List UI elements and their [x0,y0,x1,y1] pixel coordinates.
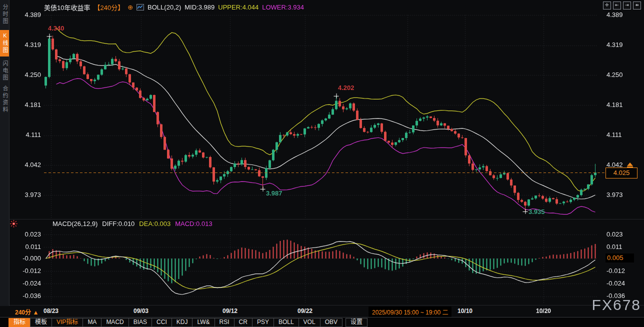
current-price-badge: 4.025 [606,168,638,178]
crosshair-icon[interactable]: ✛ [603,2,611,10]
price-axis-label: 3.973 [10,191,41,199]
low-price-annotation: 3.935 [528,208,545,216]
sidebar-item-flash-chart[interactable]: 闪电图 [0,60,9,82]
candlestick-chart-canvas[interactable] [0,0,644,306]
toolbar-item-cci[interactable]: CCI [152,318,172,327]
sidebar-item-contract-info[interactable]: 合约资料 [0,86,9,114]
price-axis-label: 4.250 [606,71,638,79]
macd-axis-label: -0.000 [10,254,41,262]
period-selector[interactable]: 240分 ▲ [15,308,38,316]
macd-axis-label: 0.023 [10,230,41,238]
price-axis-label: 4.319 [10,41,41,49]
macd-axis-label: 0.023 [606,230,638,238]
date-tick: 09/12 [222,308,238,314]
price-axis-label: 4.389 [606,11,638,19]
macd-axis-label: -0.012 [606,267,638,275]
macd-dea-value: DEA:0.003 [139,220,170,228]
toolbar-item-vol[interactable]: VOL [298,318,320,327]
toolbar-item-obv[interactable]: OBV [320,318,342,327]
fit-left-icon[interactable]: ⇤ [613,2,621,10]
macd-header: MACD(26,12,9) DIFF:0.010 DEA:0.003 MACD:… [52,220,212,228]
high-price-annotation: 4.340 [48,24,64,32]
left-sidebar: 分时图 K线图 闪电图 合约资料 [0,0,10,306]
macd-label: MACD(26,12,9) [52,220,98,228]
symbol-title: 美债10年收益率 [44,2,90,12]
toolbar-item-ma[interactable]: MA [82,318,102,327]
sidebar-item-timeline-chart[interactable]: 分时图 [0,4,9,25]
trading-app-window: 分时图 K线图 闪电图 合约资料 美债10年收益率【240分】 ⊕ BOLL(2… [0,0,644,327]
toolbar-item-lwr[interactable]: LW& [192,318,214,327]
macd-current-badge: 0.005 [606,254,634,262]
price-axis-label: 4.111 [606,131,638,139]
date-tick: 10/10 [458,308,472,314]
macd-axis-label: -0.024 [606,280,638,288]
toolbar-item-boll[interactable]: BOLL [274,318,299,327]
pan-right-icon[interactable]: ⇻ [633,2,641,10]
toolbar-item-bias[interactable]: BIAS [128,318,152,327]
toolbar-item-vip-indicators[interactable]: VIP指标 [52,318,83,327]
price-axis-label: 4.389 [10,11,41,19]
price-axis-label: 4.319 [606,41,638,49]
time-axis: 240分 ▲ 08/23 09/03 09/12 09/22 2025/09/3… [0,306,644,317]
toolbar-item-kdj[interactable]: KDJ [172,318,193,327]
window-controls: ✛ ⇤ ⇥ ⇻ [603,2,641,10]
price-axis-label: 3.973 [606,191,638,199]
toolbar-item-indicators[interactable]: 指标 [8,318,30,327]
macd-axis-label: -0.024 [10,280,41,288]
date-tick: 09/22 [298,308,312,314]
boll-lower-value: LOWER:3.934 [262,4,304,11]
price-axis-label: 4.250 [10,71,41,79]
boll-label: BOLL(20,2) [148,4,181,11]
macd-axis-label: -0.012 [10,267,41,275]
toolbar-item-templates[interactable]: 模板 [30,318,52,327]
price-axis-label: 4.181 [606,101,638,109]
toolbar-item-settings[interactable]: 设置 [346,318,368,327]
macd-macd-value: MACD:0.013 [175,220,212,228]
price-axis-label: 4.181 [10,101,41,109]
toolbar-item-rsi[interactable]: RSI [214,318,234,327]
date-tick: 08/23 [44,308,58,314]
price-axis-label: 4.042 [10,161,41,169]
bar-time-range-readout: 2025/09/30 15:00 ~ 19:00 二 [368,306,452,317]
macd-axis-label: 0.011 [10,243,41,251]
toolbar-item-cr[interactable]: CR [234,318,252,327]
toolbar-item-macd[interactable]: MACD [101,318,128,327]
macd-axis-label: -0.036 [10,292,41,300]
boll-mid-value: MID:3.989 [184,4,214,11]
toolbar-item-psy[interactable]: PSY [252,318,274,327]
macd-diff-value: DIFF:0.010 [102,220,134,228]
price-up-arrow-icon [626,162,634,168]
low-price-annotation: 3.987 [266,190,282,197]
chevron-up-icon: ▲ [32,309,38,316]
price-axis-label: 4.111 [10,131,41,139]
period-label: 【240分】 [94,2,124,12]
chart-header: 美债10年收益率【240分】 ⊕ BOLL(20,2) MID:3.989 UP… [44,2,304,12]
link-plus-icon[interactable]: ⊕ [128,4,133,11]
date-tick: 10/20 [536,308,551,314]
peak-price-annotation: 4.202 [338,84,354,92]
fit-right-icon[interactable]: ⇥ [623,2,631,10]
date-tick: 09/03 [134,308,148,314]
indicator-chart-icon[interactable] [136,4,144,10]
indicator-target-icon[interactable] [10,220,18,230]
indicator-toolbar: 指标 模板 VIP指标 MA MACD BIAS CCI KDJ LW& RSI… [0,317,644,327]
fx678-watermark: FX678 [592,296,641,314]
sidebar-item-kline-chart[interactable]: K线图 [0,30,9,56]
boll-upper-value: UPPER:4.044 [218,4,258,11]
macd-axis-label: 0.011 [606,243,638,251]
